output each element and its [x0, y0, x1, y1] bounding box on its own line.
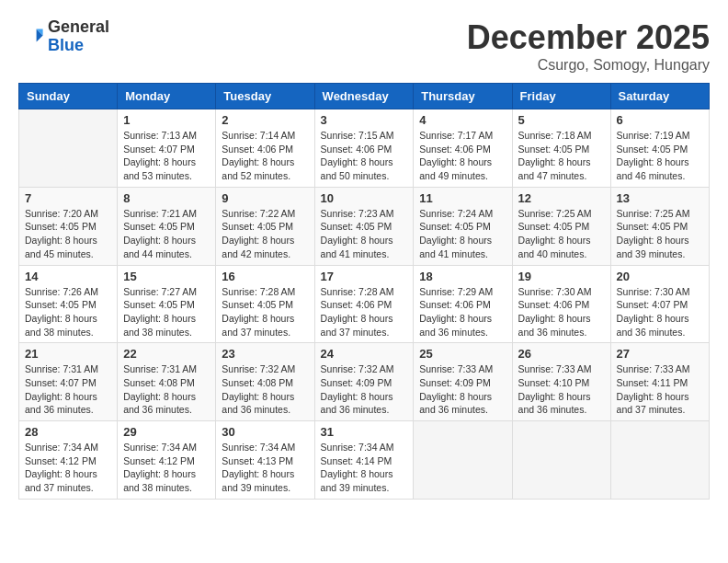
calendar-week-3: 14Sunrise: 7:26 AM Sunset: 4:05 PM Dayli… — [19, 265, 710, 343]
day-info: Sunrise: 7:13 AM Sunset: 4:07 PM Dayligh… — [123, 129, 210, 183]
day-header-thursday: Thursday — [414, 84, 512, 109]
day-info: Sunrise: 7:28 AM Sunset: 4:06 PM Dayligh… — [321, 285, 408, 339]
logo-icon — [18, 24, 44, 50]
calendar-week-4: 21Sunrise: 7:31 AM Sunset: 4:07 PM Dayli… — [19, 343, 710, 421]
day-header-tuesday: Tuesday — [216, 84, 314, 109]
day-number: 18 — [419, 270, 506, 283]
day-info: Sunrise: 7:25 AM Sunset: 4:05 PM Dayligh… — [617, 207, 703, 261]
day-info: Sunrise: 7:18 AM Sunset: 4:05 PM Dayligh… — [518, 129, 605, 183]
calendar-cell: 24Sunrise: 7:32 AM Sunset: 4:09 PM Dayli… — [314, 343, 414, 421]
calendar-cell: 31Sunrise: 7:34 AM Sunset: 4:14 PM Dayli… — [314, 421, 414, 500]
calendar-cell: 17Sunrise: 7:28 AM Sunset: 4:06 PM Dayli… — [314, 265, 414, 343]
calendar-cell: 15Sunrise: 7:27 AM Sunset: 4:05 PM Dayli… — [118, 265, 216, 343]
day-info: Sunrise: 7:29 AM Sunset: 4:06 PM Dayligh… — [419, 285, 506, 339]
day-number: 13 — [617, 191, 703, 205]
calendar-cell: 21Sunrise: 7:31 AM Sunset: 4:07 PM Dayli… — [19, 343, 118, 421]
day-number: 9 — [222, 191, 308, 205]
day-info: Sunrise: 7:19 AM Sunset: 4:05 PM Dayligh… — [617, 129, 703, 183]
day-info: Sunrise: 7:34 AM Sunset: 4:12 PM Dayligh… — [123, 441, 210, 495]
day-header-sunday: Sunday — [19, 84, 118, 109]
day-number: 28 — [25, 425, 111, 439]
day-info: Sunrise: 7:26 AM Sunset: 4:05 PM Dayligh… — [25, 285, 111, 339]
calendar-header: SundayMondayTuesdayWednesdayThursdayFrid… — [19, 84, 710, 109]
calendar-cell: 30Sunrise: 7:34 AM Sunset: 4:13 PM Dayli… — [216, 421, 314, 500]
calendar-cell — [19, 109, 118, 188]
location-subtitle: Csurgo, Somogy, Hungary — [467, 57, 710, 74]
day-number: 23 — [222, 347, 308, 361]
calendar-cell: 16Sunrise: 7:28 AM Sunset: 4:05 PM Dayli… — [216, 265, 314, 343]
day-number: 10 — [321, 191, 408, 205]
day-headers-row: SundayMondayTuesdayWednesdayThursdayFrid… — [19, 84, 710, 109]
day-info: Sunrise: 7:20 AM Sunset: 4:05 PM Dayligh… — [25, 207, 111, 261]
day-number: 30 — [222, 425, 308, 439]
day-info: Sunrise: 7:30 AM Sunset: 4:07 PM Dayligh… — [617, 285, 703, 339]
calendar-cell — [512, 421, 610, 500]
calendar-cell: 8Sunrise: 7:21 AM Sunset: 4:05 PM Daylig… — [118, 187, 216, 265]
day-info: Sunrise: 7:17 AM Sunset: 4:06 PM Dayligh… — [419, 129, 506, 183]
day-info: Sunrise: 7:15 AM Sunset: 4:06 PM Dayligh… — [321, 129, 408, 183]
day-number: 15 — [123, 270, 210, 283]
day-number: 26 — [518, 347, 605, 361]
calendar-cell: 23Sunrise: 7:32 AM Sunset: 4:08 PM Dayli… — [216, 343, 314, 421]
day-info: Sunrise: 7:28 AM Sunset: 4:05 PM Dayligh… — [222, 285, 308, 339]
day-info: Sunrise: 7:30 AM Sunset: 4:06 PM Dayligh… — [518, 285, 605, 339]
day-number: 1 — [123, 113, 210, 127]
day-info: Sunrise: 7:14 AM Sunset: 4:06 PM Dayligh… — [222, 129, 308, 183]
day-info: Sunrise: 7:25 AM Sunset: 4:05 PM Dayligh… — [518, 207, 605, 261]
calendar-cell: 20Sunrise: 7:30 AM Sunset: 4:07 PM Dayli… — [610, 265, 709, 343]
calendar-cell: 9Sunrise: 7:22 AM Sunset: 4:05 PM Daylig… — [216, 187, 314, 265]
logo-general-text: General — [48, 18, 109, 37]
calendar-cell: 11Sunrise: 7:24 AM Sunset: 4:05 PM Dayli… — [414, 187, 512, 265]
day-info: Sunrise: 7:34 AM Sunset: 4:13 PM Dayligh… — [222, 441, 308, 495]
day-info: Sunrise: 7:23 AM Sunset: 4:05 PM Dayligh… — [321, 207, 408, 261]
calendar-cell: 6Sunrise: 7:19 AM Sunset: 4:05 PM Daylig… — [610, 109, 709, 188]
calendar-cell: 22Sunrise: 7:31 AM Sunset: 4:08 PM Dayli… — [118, 343, 216, 421]
day-number: 27 — [617, 347, 703, 361]
day-header-saturday: Saturday — [610, 84, 709, 109]
day-info: Sunrise: 7:24 AM Sunset: 4:05 PM Dayligh… — [419, 207, 506, 261]
day-info: Sunrise: 7:31 AM Sunset: 4:08 PM Dayligh… — [123, 362, 210, 417]
day-number: 4 — [419, 113, 506, 127]
day-number: 22 — [123, 347, 210, 361]
calendar-cell: 5Sunrise: 7:18 AM Sunset: 4:05 PM Daylig… — [512, 109, 610, 188]
calendar-cell: 27Sunrise: 7:33 AM Sunset: 4:11 PM Dayli… — [610, 343, 709, 421]
month-title: December 2025 — [467, 18, 710, 57]
day-number: 12 — [518, 191, 605, 205]
day-number: 24 — [321, 347, 408, 361]
calendar-table: SundayMondayTuesdayWednesdayThursdayFrid… — [18, 83, 710, 500]
title-section: December 2025 Csurgo, Somogy, Hungary — [467, 18, 710, 74]
day-number: 14 — [25, 270, 111, 283]
day-number: 7 — [25, 191, 111, 205]
day-info: Sunrise: 7:32 AM Sunset: 4:09 PM Dayligh… — [321, 362, 408, 417]
page-header: General Blue December 2025 Csurgo, Somog… — [18, 18, 710, 74]
day-info: Sunrise: 7:21 AM Sunset: 4:05 PM Dayligh… — [123, 207, 210, 261]
calendar-cell: 12Sunrise: 7:25 AM Sunset: 4:05 PM Dayli… — [512, 187, 610, 265]
day-info: Sunrise: 7:22 AM Sunset: 4:05 PM Dayligh… — [222, 207, 308, 261]
logo-text: General Blue — [48, 18, 109, 55]
day-header-friday: Friday — [512, 84, 610, 109]
day-number: 8 — [123, 191, 210, 205]
day-number: 21 — [25, 347, 111, 361]
day-info: Sunrise: 7:27 AM Sunset: 4:05 PM Dayligh… — [123, 285, 210, 339]
calendar-cell: 4Sunrise: 7:17 AM Sunset: 4:06 PM Daylig… — [414, 109, 512, 188]
calendar-cell: 18Sunrise: 7:29 AM Sunset: 4:06 PM Dayli… — [414, 265, 512, 343]
calendar-week-1: 1Sunrise: 7:13 AM Sunset: 4:07 PM Daylig… — [19, 109, 710, 188]
logo-blue-text: Blue — [48, 37, 109, 55]
day-number: 6 — [617, 113, 703, 127]
calendar-cell: 1Sunrise: 7:13 AM Sunset: 4:07 PM Daylig… — [118, 109, 216, 188]
day-info: Sunrise: 7:33 AM Sunset: 4:10 PM Dayligh… — [518, 362, 605, 417]
day-number: 3 — [321, 113, 408, 127]
logo: General Blue — [18, 18, 109, 55]
calendar-cell: 3Sunrise: 7:15 AM Sunset: 4:06 PM Daylig… — [314, 109, 414, 188]
calendar-cell: 19Sunrise: 7:30 AM Sunset: 4:06 PM Dayli… — [512, 265, 610, 343]
calendar-cell: 2Sunrise: 7:14 AM Sunset: 4:06 PM Daylig… — [216, 109, 314, 188]
calendar-week-5: 28Sunrise: 7:34 AM Sunset: 4:12 PM Dayli… — [19, 421, 710, 500]
day-number: 17 — [321, 270, 408, 283]
calendar-cell — [414, 421, 512, 500]
day-number: 31 — [321, 425, 408, 439]
day-number: 5 — [518, 113, 605, 127]
calendar-cell: 14Sunrise: 7:26 AM Sunset: 4:05 PM Dayli… — [19, 265, 118, 343]
day-number: 16 — [222, 270, 308, 283]
day-info: Sunrise: 7:34 AM Sunset: 4:12 PM Dayligh… — [25, 441, 111, 495]
day-info: Sunrise: 7:33 AM Sunset: 4:11 PM Dayligh… — [617, 362, 703, 417]
